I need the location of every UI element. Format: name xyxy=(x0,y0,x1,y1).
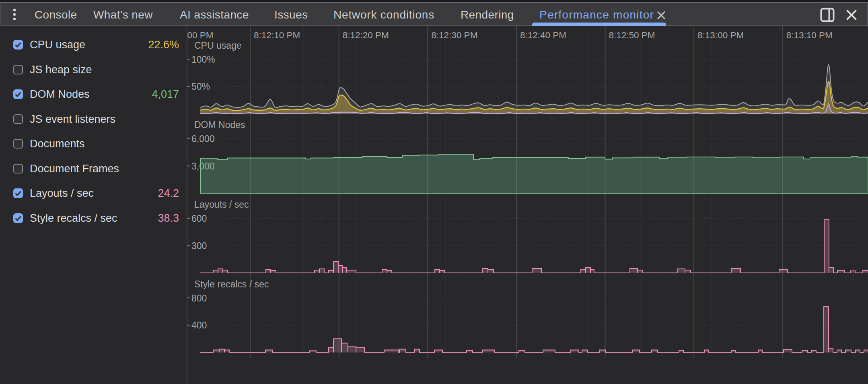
svg-text:8:12:50 PM: 8:12:50 PM xyxy=(609,30,655,40)
svg-text:CPU usage: CPU usage xyxy=(194,40,242,51)
svg-text:DOM Nodes: DOM Nodes xyxy=(194,120,245,130)
svg-text:8:12:20 PM: 8:12:20 PM xyxy=(343,30,389,40)
svg-text:Layouts / sec: Layouts / sec xyxy=(194,199,249,210)
svg-text:50%: 50% xyxy=(191,81,210,92)
svg-text:400: 400 xyxy=(191,320,207,330)
svg-text:8:12:30 PM: 8:12:30 PM xyxy=(431,30,477,40)
svg-text:8:13:00 PM: 8:13:00 PM xyxy=(697,30,744,40)
svg-text:600: 600 xyxy=(191,213,207,224)
svg-text:300: 300 xyxy=(191,241,207,251)
svg-text:6,000: 6,000 xyxy=(191,134,215,144)
svg-text:100%: 100% xyxy=(191,54,215,65)
svg-text:8:12:00 PM: 8:12:00 PM xyxy=(187,30,214,40)
svg-text:8:12:40 PM: 8:12:40 PM xyxy=(520,30,566,40)
svg-text:800: 800 xyxy=(191,293,207,303)
svg-text:8:13:10 PM: 8:13:10 PM xyxy=(786,30,833,40)
svg-text:8:12:10 PM: 8:12:10 PM xyxy=(254,30,300,40)
svg-text:Style recalcs / sec: Style recalcs / sec xyxy=(194,279,269,289)
